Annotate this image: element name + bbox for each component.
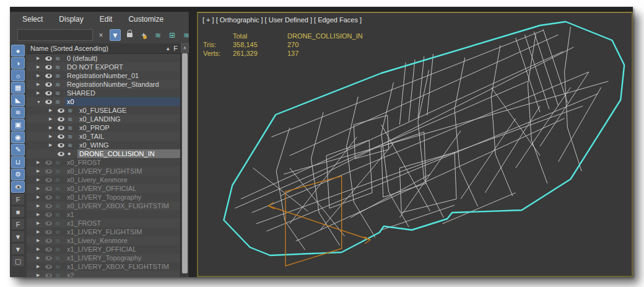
tree-row[interactable]: ▶≋x0_LIVERY_FLIGHTSIM	[27, 167, 180, 175]
visibility-eye-icon[interactable]	[58, 152, 67, 156]
expand-caret-icon[interactable]: ▶	[37, 186, 45, 191]
tree-row[interactable]: ▶≋DO NOT EXPORT	[27, 63, 180, 71]
tree-row[interactable]: ▶≋RegistrationNumber_01	[27, 71, 180, 80]
expand-caret-icon[interactable]: ▶	[37, 221, 45, 226]
expand-caret-icon[interactable]: ▶	[37, 56, 45, 61]
display-shaded-icon[interactable]: ■	[11, 206, 25, 218]
tree-row[interactable]: ▶≋x1_Livery_Kenmore	[27, 236, 180, 245]
visibility-eye-icon[interactable]	[45, 187, 55, 191]
tree-row[interactable]: ▶≋x1_LIVERY_Topography	[27, 254, 180, 262]
expand-caret-icon[interactable]: ▶	[37, 264, 45, 269]
tree-row[interactable]: ▶≋SHARED	[27, 89, 180, 97]
menu-select[interactable]: Select	[22, 15, 43, 24]
tree-row[interactable]: ●DRONE_COLLISION_IN	[27, 149, 180, 158]
expand-caret-icon[interactable]: ▼	[37, 100, 45, 104]
visibility-eye-icon[interactable]	[45, 221, 55, 226]
viewport-header-label[interactable]: [ + ] [ Orthographic ] [ User Defined ] …	[202, 16, 362, 24]
menu-edit[interactable]: Edit	[100, 15, 113, 24]
display-helpers-icon[interactable]: ◣	[11, 94, 25, 106]
add-to-new-layer-icon[interactable]: ≋	[152, 29, 163, 41]
display-hidden-icon[interactable]	[11, 181, 25, 193]
expand-caret-icon[interactable]: ▶	[49, 117, 58, 121]
display-lights-icon[interactable]: ☼	[11, 69, 25, 81]
tree-row[interactable]: ▶≋x1_LIVERY_XBOX_FLIGHTSTIM	[27, 262, 180, 271]
tree-row[interactable]: ▶≋x2	[27, 271, 180, 277]
visibility-eye-icon[interactable]	[45, 213, 55, 217]
visibility-eye-icon[interactable]	[45, 204, 55, 208]
search-input[interactable]	[17, 29, 93, 41]
visibility-eye-icon[interactable]	[45, 230, 55, 234]
tree-row[interactable]: ▶≋x1	[27, 210, 180, 219]
visibility-eye-icon[interactable]	[45, 256, 55, 260]
expand-caret-icon[interactable]: ▶	[37, 64, 45, 69]
lock-cell-editing-icon[interactable]	[124, 29, 135, 41]
visibility-eye-icon[interactable]	[45, 178, 55, 182]
expand-caret-icon[interactable]: ▶	[37, 229, 45, 234]
viewport[interactable]: [ + ] [ Orthographic ] [ User Defined ] …	[197, 12, 633, 277]
column-header-name[interactable]: Name (Sorted Ascending) ▲ F	[27, 43, 180, 54]
filter-set-icon[interactable]: ▼	[11, 231, 25, 242]
tree-scrollbar[interactable]: ∧	[180, 43, 189, 277]
expand-caret-icon[interactable]: ▶	[37, 273, 45, 277]
tree-row[interactable]: ▶≋x0_WING	[27, 141, 180, 149]
visibility-eye-icon[interactable]	[58, 135, 67, 139]
tree-row[interactable]: ▶≋x0_FUSELAGE	[27, 106, 180, 115]
container-icon[interactable]: ▢	[11, 255, 25, 267]
clear-search-icon[interactable]: ×	[95, 29, 107, 41]
panel-divider[interactable]	[189, 12, 197, 277]
visibility-eye-icon[interactable]	[58, 126, 67, 130]
visibility-eye-icon[interactable]	[45, 91, 55, 95]
display-frozen-icon[interactable]: F	[11, 193, 25, 205]
pick-parent-icon[interactable]: +	[138, 29, 149, 41]
menu-customize[interactable]: Customize	[128, 15, 163, 24]
visibility-eye-icon[interactable]	[45, 161, 55, 165]
expand-caret-icon[interactable]: ▶	[37, 247, 45, 252]
visibility-eye-icon[interactable]	[45, 74, 55, 78]
expand-caret-icon[interactable]: ▶	[49, 125, 58, 130]
expand-caret-icon[interactable]: ▶	[49, 108, 58, 113]
display-materials-icon[interactable]: ✎	[11, 144, 25, 156]
tree-row[interactable]: ▶≋x0_Livery_Kenmore	[27, 175, 180, 184]
hierarchy-mode-icon[interactable]: ⊞	[167, 29, 178, 41]
filter-icon[interactable]: ▼	[11, 243, 25, 255]
expand-caret-icon[interactable]: ▶	[37, 160, 45, 165]
menu-display[interactable]: Display	[59, 15, 83, 24]
display-geometry-icon[interactable]: ●	[11, 45, 25, 56]
expand-caret-icon[interactable]: ▶	[37, 82, 45, 87]
display-xrefs-icon[interactable]: ◉	[11, 131, 25, 143]
expand-caret-icon[interactable]: ▶	[49, 143, 58, 148]
column-header-frozen[interactable]: F	[173, 45, 178, 52]
tree-row[interactable]: ▶≋x0_LANDING	[27, 115, 180, 123]
visibility-eye-icon[interactable]	[45, 65, 55, 69]
expand-caret-icon[interactable]: ▶	[49, 134, 58, 139]
filter-selection-icon[interactable]: ▼	[110, 29, 121, 41]
visibility-eye-icon[interactable]	[58, 108, 67, 113]
visibility-eye-icon[interactable]	[45, 100, 55, 104]
tree-row[interactable]: ▶≋x0_PROP	[27, 123, 180, 132]
expand-caret-icon[interactable]: ▶	[37, 169, 45, 174]
visibility-eye-icon[interactable]	[45, 239, 55, 243]
tree-row[interactable]: ▶≋x0_TAIL	[27, 132, 180, 141]
expand-caret-icon[interactable]: ▶	[37, 238, 45, 243]
expand-caret-icon[interactable]: ▶	[37, 177, 45, 182]
tree-row[interactable]: ▶≋x0_FROST	[27, 158, 180, 167]
visibility-eye-icon[interactable]	[45, 169, 55, 174]
visibility-eye-icon[interactable]	[45, 247, 55, 252]
frozen-column-icon[interactable]: F	[11, 218, 25, 230]
expand-caret-icon[interactable]: ▶	[37, 73, 45, 78]
expand-caret-icon[interactable]: ▶	[37, 212, 45, 217]
visibility-eye-icon[interactable]	[58, 117, 67, 121]
scrollbar-thumb[interactable]	[182, 53, 188, 273]
display-cameras-icon[interactable]: ▦	[11, 82, 25, 94]
visibility-eye-icon[interactable]	[45, 82, 55, 87]
display-shapes-icon[interactable]: ◑	[11, 57, 25, 69]
expand-caret-icon[interactable]: ▶	[37, 91, 45, 95]
tree-row[interactable]: ▶≋0 (default)	[27, 54, 180, 63]
display-spacewarps-icon[interactable]: ≋	[11, 107, 25, 118]
tree-row[interactable]: ▶≋x0_LIVERY_XBOX_FLIGHTSTIM	[27, 201, 180, 210]
expand-caret-icon[interactable]: ▶	[37, 195, 45, 200]
visibility-eye-icon[interactable]	[45, 56, 55, 61]
tree-row[interactable]: ▶≋RegistrationNumber_Standard	[27, 80, 180, 89]
scroll-up-button[interactable]: ∧	[181, 43, 189, 53]
display-bones-icon[interactable]: ⚙	[11, 169, 25, 180]
